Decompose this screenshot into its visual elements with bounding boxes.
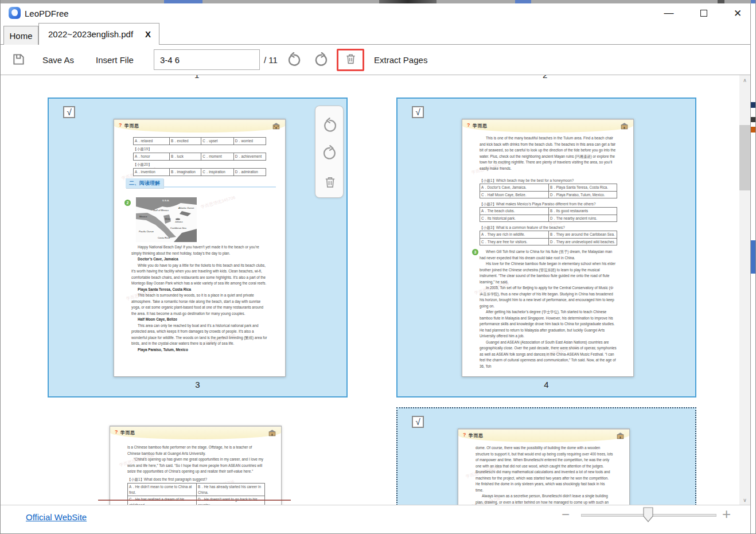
rotate-left-icon xyxy=(286,52,302,68)
check-icon: √ xyxy=(67,108,71,116)
titlebar: LeoPDFree — ✕ xyxy=(1,3,756,23)
passage-badge: 2 xyxy=(124,200,131,206)
page-3-preview[interactable]: ? 学而思 学而思培优345706 学而思培优345706 学而思培优34570… xyxy=(114,119,286,377)
question-label: 【小题19】 xyxy=(133,147,151,152)
options-table: A．inventionB．imaginationC．inspirationD．a… xyxy=(133,168,266,176)
page-4-preview[interactable]: ? 学而思 学而思培优345706 学而思培优345706 学而思培优34570… xyxy=(462,119,634,377)
tab-document[interactable]: 2022~2023english.pdf X xyxy=(38,23,159,45)
page-6-preview[interactable]: ? 学而思 学而思培优345706 学而思培优345706 dome. Of c… xyxy=(458,428,630,505)
map-image: U.S.A. Gulf of Mexico Atlantic Ocean Mex… xyxy=(136,197,197,242)
save-button[interactable] xyxy=(12,53,25,68)
page-header: ? 学而思 xyxy=(458,429,629,442)
page-tools-popup xyxy=(315,106,344,198)
school-icon xyxy=(621,122,628,130)
options-table: A．They are rich in wildlife.B．They are a… xyxy=(480,231,617,245)
logo-mark-icon: ? xyxy=(467,122,470,128)
options-table: A．The beach clubs.B．Its good restaurants… xyxy=(480,207,617,222)
rotate-left-button[interactable] xyxy=(286,52,302,70)
check-icon: √ xyxy=(415,108,420,116)
page-total-label: / 11 xyxy=(264,55,278,65)
zoom-out-icon: − xyxy=(562,506,570,522)
prev-page-number: 1 xyxy=(194,75,199,80)
scrollbar-thumb[interactable] xyxy=(739,125,750,190)
app-window: LeoPDFree — ✕ Home 2022~2023english.pdf … xyxy=(0,0,756,534)
toolbar: Save As Insert File / 11 Extract Pages xyxy=(1,45,756,75)
options-table: A．Doctor’s Cave, Jamaica.B．Playa Santa T… xyxy=(480,184,617,198)
page-logo: 学而思 xyxy=(473,123,488,129)
close-button[interactable]: ✕ xyxy=(724,3,751,23)
page-grid: 1 2 √ ? 学而思 学而思培优345706 学而思培优345706 学而思培… xyxy=(1,75,739,505)
save-icon xyxy=(12,53,25,66)
insert-file-button[interactable]: Insert File xyxy=(96,55,134,65)
tab-document-label: 2022~2023english.pdf xyxy=(48,29,141,39)
options-table: A．He didn’t mean to come to China at fir… xyxy=(127,483,265,505)
logo-mark-icon: ? xyxy=(119,122,122,128)
page-logo: 学而思 xyxy=(469,432,484,439)
page-3-thumbnail[interactable]: √ ? 学而思 学而思培优345706 学而思培优345706 学而思培优345… xyxy=(48,98,348,397)
page-3-checkbox[interactable]: √ xyxy=(63,106,75,118)
maximize-button[interactable] xyxy=(691,3,717,23)
trash-icon xyxy=(324,176,337,189)
school-icon xyxy=(268,429,276,436)
prev-page-number: 2 xyxy=(543,75,547,80)
minimize-button[interactable]: — xyxy=(656,3,682,23)
page-6-checkbox[interactable]: √ xyxy=(412,416,424,428)
scroll-up-icon: ∧ xyxy=(743,77,747,83)
passage-text: This is one of the many beautiful beache… xyxy=(480,135,617,171)
passage-text: dome. Of course, there was the possibili… xyxy=(476,445,613,505)
zoom-slider-thumb[interactable] xyxy=(643,507,653,523)
school-icon xyxy=(617,432,624,439)
close-icon: ✕ xyxy=(734,7,742,20)
passage-text: is a Chinese bamboo flute performer on t… xyxy=(127,445,265,475)
rotate-right-icon xyxy=(314,52,329,68)
zoom-in-button[interactable]: + xyxy=(722,505,731,523)
save-as-button[interactable]: Save As xyxy=(42,55,74,65)
scroll-down-icon: ∨ xyxy=(743,497,747,503)
options-table: A．honorB．luckC．momentD．achievement xyxy=(133,153,266,161)
page-logo: 学而思 xyxy=(120,430,135,436)
page-number-label: 3 xyxy=(49,380,346,389)
tab-bar: Home 2022~2023english.pdf X xyxy=(1,23,756,45)
maximize-icon xyxy=(700,10,707,17)
rotate-right-icon xyxy=(322,145,338,161)
page-5-preview[interactable]: ? 学而思 学而思培优345706 学而思培优345706 is a Chine… xyxy=(110,426,282,505)
footer-bar: Official WebSite − + xyxy=(1,505,750,534)
delete-pages-button[interactable] xyxy=(345,53,357,67)
section-heading: 二、阅读理解 xyxy=(126,178,276,188)
page-range-input[interactable] xyxy=(154,49,260,70)
passage-text: When Gill Toh first came to China for hi… xyxy=(480,249,617,369)
question-label: 【小题20】 xyxy=(133,162,151,167)
app-logo-icon xyxy=(9,7,21,19)
page-4-checkbox[interactable]: √ xyxy=(412,106,424,118)
scroll-up-button[interactable]: ∧ xyxy=(739,75,750,85)
tab-close-icon[interactable]: X xyxy=(145,29,151,39)
scroll-down-button[interactable]: ∨ xyxy=(739,495,750,505)
rotate-right-page-button[interactable] xyxy=(315,142,344,165)
question-label: 【小题2】What makes Mexico’s Playa Paraiso d… xyxy=(480,202,595,207)
trash-icon xyxy=(345,53,357,65)
extract-pages-button[interactable]: Extract Pages xyxy=(374,55,427,65)
rotate-left-icon xyxy=(322,118,338,134)
page-4-thumbnail[interactable]: √ ? 学而思 学而思培优345706 学而思培优345706 学而思培优345… xyxy=(396,98,696,397)
logo-mark-icon: ? xyxy=(463,432,466,438)
zoom-in-icon: + xyxy=(722,505,731,523)
tab-home[interactable]: Home xyxy=(3,26,38,45)
question-label: 【小题1】Which beach may be the best for a h… xyxy=(480,178,574,184)
official-website-link[interactable]: Official WebSite xyxy=(26,512,87,522)
watermark: 学而思培优345706 xyxy=(200,195,236,211)
app-title: LeoPDFree xyxy=(25,9,69,18)
desktop-right-sliver xyxy=(751,3,756,534)
page-6-thumbnail[interactable]: √ ? 学而思 学而思培优345706 学而思培优345706 dome. Of… xyxy=(396,407,696,505)
question-label: 【小题3】What is a common feature of the bea… xyxy=(480,225,565,231)
page-header: ? 学而思 xyxy=(462,119,633,132)
options-table: A．relaxedB．excitedC．upsetD．worried xyxy=(133,137,266,145)
rotate-left-page-button[interactable] xyxy=(315,114,344,137)
delete-pages-highlight xyxy=(337,49,364,71)
delete-page-button[interactable] xyxy=(315,170,344,193)
passage-text: Happy National Beach Day! If you haven’t… xyxy=(131,244,269,353)
passage-badge: 3 xyxy=(472,249,478,255)
zoom-out-button[interactable]: − xyxy=(562,506,570,523)
rotate-right-button[interactable] xyxy=(314,52,329,70)
page5-red-divider xyxy=(98,500,291,501)
vertical-scrollbar[interactable]: ∧ ∨ xyxy=(739,75,750,505)
